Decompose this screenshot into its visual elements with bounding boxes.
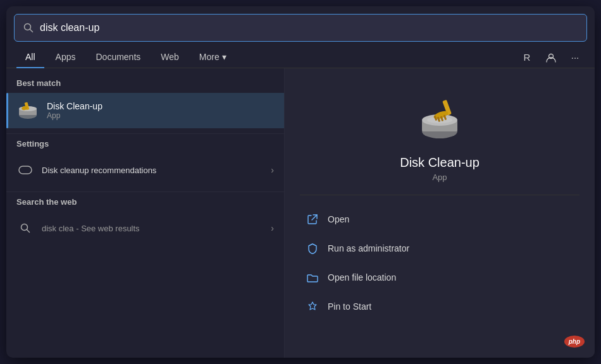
web-suffix: - See web results [74,224,140,233]
search-bar [14,14,587,42]
tab-bar: All Apps Documents Web More ▾ R ··· [6,42,595,68]
divider-2 [6,191,284,192]
folder-icon [305,270,320,285]
settings-item[interactable]: Disk cleanup recommendations › [6,154,284,186]
user-button[interactable] [542,48,561,67]
php-badge: php [564,336,585,348]
pin-icon [305,299,320,314]
tab-apps[interactable]: Apps [47,47,85,68]
web-search-icon [16,219,34,237]
settings-arrow: › [271,165,274,175]
tab-documents[interactable]: Documents [87,47,149,68]
left-panel: Best match Disk Clean-up [6,68,285,358]
action-open-label: Open [328,214,349,224]
action-list: Open Run as administrator [300,205,579,320]
action-pin-start[interactable]: Pin to Start [300,293,579,320]
svg-rect-8 [19,166,32,174]
tab-web[interactable]: Web [152,47,188,68]
web-label: Search the web [6,197,284,212]
best-match-label: Best match [6,78,284,93]
search-icon [23,23,34,33]
svg-line-1 [30,30,33,32]
search-panel: All Apps Documents Web More ▾ R ··· Best… [6,6,595,358]
svg-line-10 [27,230,30,233]
right-divider [300,195,579,195]
web-search-item[interactable]: disk clea - See web results › [6,212,284,245]
open-icon [305,212,320,227]
action-open-location[interactable]: Open file location [300,264,579,291]
best-match-item[interactable]: Disk Clean-up App [6,93,284,128]
app-icon-large [414,94,465,144]
action-open[interactable]: Open [300,205,579,233]
best-match-name: Disk Clean-up [47,101,102,111]
app-subtitle: App [432,173,447,182]
web-arrow: › [271,223,274,233]
search-input[interactable] [40,22,578,33]
disk-cleanup-icon [16,99,39,122]
divider-1 [6,133,284,134]
settings-icon [16,161,34,179]
web-query: disk clea - See web results [42,224,140,233]
best-match-text: Disk Clean-up App [47,101,102,120]
app-title: Disk Clean-up [400,155,480,170]
action-run-admin[interactable]: Run as administrator [300,234,579,262]
main-content: Best match Disk Clean-up [6,68,595,358]
action-pin-start-label: Pin to Start [328,301,371,312]
right-panel: Disk Clean-up App Open [285,68,595,358]
action-open-location-label: Open file location [328,272,396,282]
svg-line-21 [312,215,317,220]
r-button[interactable]: R [517,48,536,67]
shield-icon [305,241,320,256]
tab-right-actions: R ··· [517,48,585,67]
settings-item-label: Disk cleanup recommendations [42,166,156,175]
more-button[interactable]: ··· [566,48,585,67]
tab-all[interactable]: All [16,47,44,68]
settings-label: Settings [6,139,284,154]
action-run-admin-label: Run as administrator [328,243,409,253]
best-match-sub: App [47,111,102,120]
tab-more[interactable]: More ▾ [190,47,235,68]
